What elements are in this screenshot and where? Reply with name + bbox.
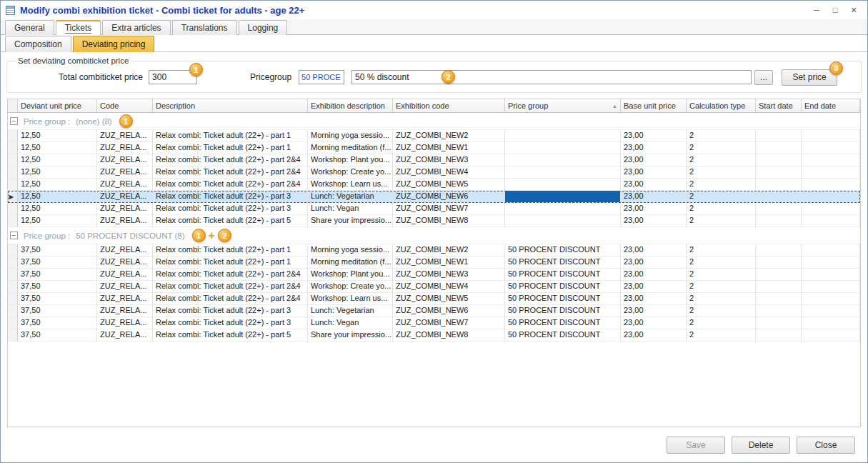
table-row[interactable]: 37,50ZUZ_RELA...Relax combi: Ticket adul… bbox=[8, 305, 860, 317]
cell-base[interactable]: 23,00 bbox=[621, 215, 687, 227]
cell-desc[interactable]: Relax combi: Ticket adult (22+) - part 3 bbox=[153, 191, 308, 203]
cell-group[interactable]: 50 PROCENT DISCOUNT bbox=[505, 329, 621, 342]
cell-end[interactable] bbox=[802, 179, 860, 191]
cell-desc[interactable]: Relax combi: Ticket adult (22+) - part 2… bbox=[153, 293, 308, 305]
maximize-icon[interactable]: □ bbox=[826, 3, 844, 17]
column-header-start-date[interactable]: Start date bbox=[756, 99, 802, 112]
cell-ex_desc[interactable]: Workshop: Plant you... bbox=[308, 154, 393, 166]
cell-calc[interactable]: 2 bbox=[687, 281, 756, 293]
cell-end[interactable] bbox=[802, 154, 860, 166]
cell-code[interactable]: ZUZ_RELA... bbox=[97, 293, 153, 305]
cell-end[interactable] bbox=[802, 166, 860, 179]
cell-code[interactable]: ZUZ_RELA... bbox=[97, 142, 153, 154]
column-header-description[interactable]: Description bbox=[153, 99, 308, 112]
cell-end[interactable] bbox=[802, 130, 860, 142]
cell-group[interactable]: 50 PROCENT DISCOUNT bbox=[505, 305, 621, 317]
cell-code[interactable]: ZUZ_RELA... bbox=[97, 203, 153, 215]
cell-ex_code[interactable]: ZUZ_COMBI_NEW5 bbox=[393, 293, 505, 305]
cell-base[interactable]: 23,00 bbox=[621, 293, 687, 305]
cell-end[interactable] bbox=[802, 269, 860, 281]
cell-start[interactable] bbox=[756, 293, 802, 305]
cell-ex_desc[interactable]: Morning meditation (f... bbox=[308, 142, 393, 154]
cell-ex_code[interactable]: ZUZ_COMBI_NEW6 bbox=[393, 305, 505, 317]
cell-desc[interactable]: Relax combi: Ticket adult (22+) - part 2… bbox=[153, 166, 308, 179]
cell-calc[interactable]: 2 bbox=[687, 244, 756, 257]
cell-start[interactable] bbox=[756, 215, 802, 227]
cell-base[interactable]: 23,00 bbox=[621, 305, 687, 317]
cell-base[interactable]: 23,00 bbox=[621, 142, 687, 154]
table-row[interactable]: 37,50ZUZ_RELA...Relax combi: Ticket adul… bbox=[8, 329, 860, 342]
cell-group[interactable]: 50 PROCENT DISCOUNT bbox=[505, 244, 621, 257]
table-row[interactable]: 37,50ZUZ_RELA...Relax combi: Ticket adul… bbox=[8, 269, 860, 281]
cell-ex_desc[interactable]: Share your impressio... bbox=[308, 329, 393, 342]
cell-start[interactable] bbox=[756, 142, 802, 154]
cell-ex_code[interactable]: ZUZ_COMBI_NEW1 bbox=[393, 142, 505, 154]
cell-group[interactable] bbox=[505, 179, 621, 191]
column-header-exhibition-code[interactable]: Exhibition code bbox=[393, 99, 505, 112]
subtab-deviating-pricing[interactable]: Deviating pricing bbox=[73, 36, 155, 52]
cell-code[interactable]: ZUZ_RELA... bbox=[97, 154, 153, 166]
cell-price[interactable]: 37,50 bbox=[18, 293, 97, 305]
cell-base[interactable]: 23,00 bbox=[621, 166, 687, 179]
cell-calc[interactable]: 2 bbox=[687, 305, 756, 317]
cell-calc[interactable]: 2 bbox=[687, 257, 756, 269]
cell-price[interactable]: 37,50 bbox=[18, 269, 97, 281]
cell-base[interactable]: 23,00 bbox=[621, 257, 687, 269]
collapse-icon[interactable]: − bbox=[10, 117, 18, 125]
cell-desc[interactable]: Relax combi: Ticket adult (22+) - part 3 bbox=[153, 317, 308, 329]
cell-base[interactable]: 23,00 bbox=[621, 281, 687, 293]
cell-group[interactable] bbox=[505, 142, 621, 154]
cell-calc[interactable]: 2 bbox=[687, 154, 756, 166]
cell-price[interactable]: 37,50 bbox=[18, 281, 97, 293]
table-row[interactable]: 37,50ZUZ_RELA...Relax combi: Ticket adul… bbox=[8, 317, 860, 329]
table-row[interactable]: 12,50ZUZ_RELA...Relax combi: Ticket adul… bbox=[8, 130, 860, 142]
cell-ex_code[interactable]: ZUZ_COMBI_NEW8 bbox=[393, 215, 505, 227]
save-button[interactable]: Save bbox=[667, 437, 725, 454]
cell-calc[interactable]: 2 bbox=[687, 130, 756, 142]
cell-start[interactable] bbox=[756, 269, 802, 281]
table-row[interactable]: 37,50ZUZ_RELA...Relax combi: Ticket adul… bbox=[8, 244, 860, 257]
cell-calc[interactable]: 2 bbox=[687, 142, 756, 154]
pricegroup-browse-button[interactable]: ... bbox=[754, 70, 773, 85]
cell-end[interactable] bbox=[802, 257, 860, 269]
cell-ex_desc[interactable]: Lunch: Vegan bbox=[308, 203, 393, 215]
cell-group[interactable]: 50 PROCENT DISCOUNT bbox=[505, 257, 621, 269]
cell-start[interactable] bbox=[756, 317, 802, 329]
cell-calc[interactable]: 2 bbox=[687, 191, 756, 203]
cell-code[interactable]: ZUZ_RELA... bbox=[97, 244, 153, 257]
cell-price[interactable]: 12,50 bbox=[18, 154, 97, 166]
cell-ex_desc[interactable]: Workshop: Plant you... bbox=[308, 269, 393, 281]
cell-ex_desc[interactable]: Workshop: Create yo... bbox=[308, 281, 393, 293]
column-header-calculation-type[interactable]: Calculation type bbox=[687, 99, 756, 112]
cell-calc[interactable]: 2 bbox=[687, 179, 756, 191]
cell-base[interactable]: 23,00 bbox=[621, 130, 687, 142]
subtab-composition[interactable]: Composition bbox=[5, 36, 71, 52]
table-row[interactable]: 12,50ZUZ_RELA...Relax combi: Ticket adul… bbox=[8, 166, 860, 179]
collapse-icon[interactable]: − bbox=[10, 231, 18, 239]
cell-start[interactable] bbox=[756, 154, 802, 166]
cell-start[interactable] bbox=[756, 257, 802, 269]
cell-code[interactable]: ZUZ_RELA... bbox=[97, 179, 153, 191]
close-icon[interactable]: ✕ bbox=[844, 3, 863, 17]
cell-ex_desc[interactable]: Workshop: Learn us... bbox=[308, 293, 393, 305]
cell-start[interactable] bbox=[756, 130, 802, 142]
cell-desc[interactable]: Relax combi: Ticket adult (22+) - part 2… bbox=[153, 179, 308, 191]
cell-start[interactable] bbox=[756, 166, 802, 179]
cell-desc[interactable]: Relax combi: Ticket adult (22+) - part 3 bbox=[153, 305, 308, 317]
cell-base[interactable]: 23,00 bbox=[621, 269, 687, 281]
cell-code[interactable]: ZUZ_RELA... bbox=[97, 130, 153, 142]
cell-end[interactable] bbox=[802, 293, 860, 305]
table-row[interactable]: 37,50ZUZ_RELA...Relax combi: Ticket adul… bbox=[8, 257, 860, 269]
cell-code[interactable]: ZUZ_RELA... bbox=[97, 166, 153, 179]
minimize-icon[interactable]: ─ bbox=[807, 3, 826, 17]
column-header-code[interactable]: Code bbox=[97, 99, 153, 112]
cell-calc[interactable]: 2 bbox=[687, 317, 756, 329]
cell-base[interactable]: 23,00 bbox=[621, 317, 687, 329]
cell-calc[interactable]: 2 bbox=[687, 166, 756, 179]
cell-ex_code[interactable]: ZUZ_COMBI_NEW6 bbox=[393, 191, 505, 203]
cell-price[interactable]: 12,50 bbox=[18, 130, 97, 142]
cell-ex_code[interactable]: ZUZ_COMBI_NEW8 bbox=[393, 329, 505, 342]
cell-calc[interactable]: 2 bbox=[687, 203, 756, 215]
cell-price[interactable]: 12,50 bbox=[18, 179, 97, 191]
table-row[interactable]: 12,50ZUZ_RELA...Relax combi: Ticket adul… bbox=[8, 179, 860, 191]
